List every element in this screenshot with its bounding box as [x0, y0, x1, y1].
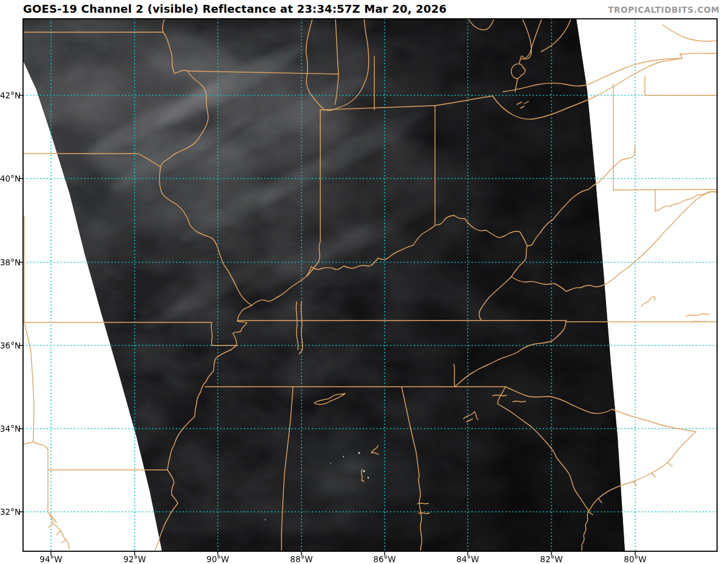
lon-tick-label: 86°W [368, 554, 402, 564]
lat-tick-label: 40°N [0, 174, 20, 183]
lat-tick-label: 36°N [0, 341, 20, 350]
lon-tick-label: 92°W [118, 554, 152, 564]
lon-tick-label: 82°W [534, 554, 568, 564]
lon-tick-label: 94°W [34, 554, 68, 564]
lat-tick-label: 38°N [0, 257, 20, 267]
lat-tick-label: 34°N [0, 424, 20, 433]
lat-tick-label: 42°N [0, 90, 20, 100]
lon-tick-label: 90°W [201, 554, 235, 564]
lon-tick-label: 88°W [285, 554, 318, 564]
lat-tick-label: 32°N [0, 507, 20, 517]
satellite-map-image [0, 0, 728, 564]
lon-tick-label: 84°W [451, 554, 485, 564]
goes-satellite-viewer: GOES-19 Channel 2 (visible) Reflectance … [0, 0, 728, 564]
cloud-texture [0, 18, 637, 551]
lon-tick-label: 80°W [618, 554, 652, 564]
